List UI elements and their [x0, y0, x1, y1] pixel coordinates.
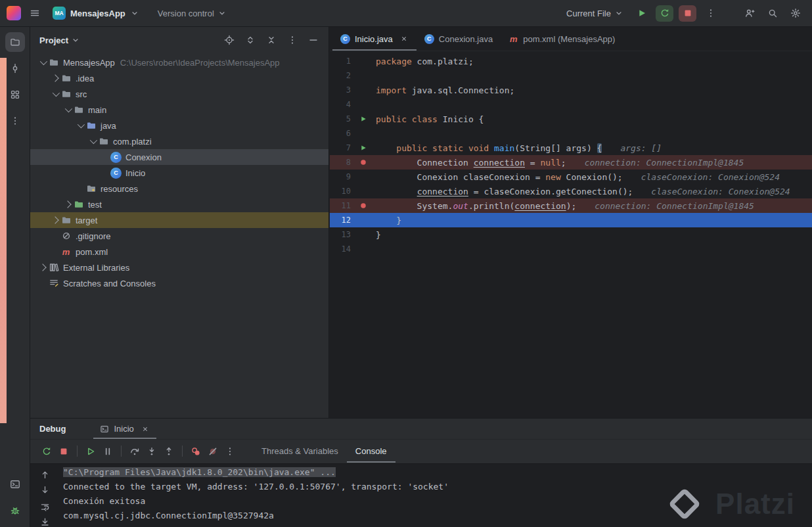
more-tool-button[interactable] — [5, 111, 25, 131]
close-icon[interactable] — [141, 424, 150, 434]
step-over-button[interactable] — [126, 443, 143, 460]
chevron-down-icon[interactable] — [62, 107, 73, 112]
search-button[interactable] — [763, 5, 781, 22]
code-editor[interactable]: 1package com.platzi;23import java.sql.Co… — [330, 51, 812, 256]
line-number[interactable]: 2 — [330, 71, 351, 80]
tree-item-external-libraries[interactable]: External Libraries — [30, 260, 328, 275]
pause-button[interactable] — [99, 443, 116, 460]
tree-item-resources[interactable]: resources — [30, 181, 328, 196]
settings-button[interactable] — [786, 5, 804, 22]
code-line-1[interactable]: 1package com.platzi; — [330, 54, 812, 68]
tree-item-java[interactable]: java — [30, 118, 328, 133]
arrow-up-button[interactable] — [38, 468, 51, 481]
line-number[interactable]: 5 — [330, 114, 351, 124]
code-line-7[interactable]: 7 public static void main(String[] args)… — [330, 141, 812, 155]
tree-item-gitignore[interactable]: .gitignore — [30, 228, 328, 244]
chevron-down-icon[interactable] — [87, 139, 98, 144]
tree-item-scratches-and-consoles[interactable]: Scratches and Consoles — [30, 275, 328, 291]
tree-item-conexion[interactable]: CConexion — [30, 149, 328, 165]
code-line-10[interactable]: 10 connection = claseConexion.getConecti… — [330, 184, 812, 198]
run-config-selector[interactable]: Current File — [566, 9, 623, 18]
debug-session-tab[interactable]: Inicio — [93, 419, 156, 439]
run-gutter-icon[interactable] — [356, 115, 371, 123]
line-number[interactable]: 8 — [330, 158, 351, 167]
collapse-all-button[interactable] — [264, 33, 279, 47]
chevron-down-icon[interactable] — [49, 91, 60, 97]
chevron-down-icon[interactable] — [37, 60, 48, 65]
tree-item-test[interactable]: test — [30, 196, 328, 212]
rerun-button[interactable] — [656, 5, 673, 22]
commit-tool-button[interactable] — [5, 58, 25, 78]
main-menu-button[interactable] — [26, 5, 43, 22]
tree-item-main[interactable]: main — [30, 102, 328, 118]
tab-console[interactable]: Console — [347, 440, 395, 463]
code-line-2[interactable]: 2 — [330, 68, 812, 83]
tab-inicio-java[interactable]: CInicio.java — [332, 27, 417, 51]
chevron-down-icon[interactable] — [74, 123, 85, 128]
rerun-button[interactable] — [38, 443, 55, 460]
line-number[interactable]: 12 — [330, 216, 351, 225]
tab-conexion-java[interactable]: CConexion.java — [417, 27, 501, 51]
stop-button[interactable] — [55, 443, 72, 460]
step-into-button[interactable] — [143, 443, 160, 460]
code-line-13[interactable]: 13} — [330, 227, 812, 242]
arrow-down-button[interactable] — [38, 483, 51, 496]
structure-tool-button[interactable] — [5, 85, 25, 104]
code-line-6[interactable]: 6 — [330, 126, 812, 141]
breakpoint-icon[interactable] — [356, 158, 371, 166]
line-number[interactable]: 4 — [330, 100, 351, 109]
close-icon[interactable] — [399, 34, 409, 43]
code-line-8[interactable]: 8 Connection connection = null;connectio… — [330, 155, 812, 170]
code-line-5[interactable]: 5public class Inicio { — [330, 112, 812, 126]
run-button[interactable] — [633, 5, 650, 22]
code-line-9[interactable]: 9 Conexion claseConexion = new Conexion(… — [330, 170, 812, 184]
debug-tool-button[interactable] — [5, 501, 25, 520]
view-breakpoints-button[interactable] — [187, 443, 204, 460]
line-number[interactable]: 3 — [330, 85, 351, 95]
line-number[interactable]: 13 — [330, 230, 351, 239]
locate-button[interactable] — [222, 33, 237, 47]
code-line-14[interactable]: 14 — [330, 242, 812, 256]
chevron-right-icon[interactable] — [37, 265, 48, 270]
code-line-4[interactable]: 4 — [330, 97, 812, 112]
line-number[interactable]: 10 — [330, 187, 351, 196]
add-user-button[interactable] — [740, 5, 758, 22]
more-button[interactable] — [221, 443, 238, 460]
scroll-end-button[interactable] — [38, 515, 51, 527]
tree-item-com-platzi[interactable]: com.platzi — [30, 133, 328, 149]
tree-item-src[interactable]: src — [30, 86, 328, 102]
line-number[interactable]: 6 — [330, 129, 351, 138]
terminal-tool-button[interactable] — [5, 474, 25, 494]
more-button[interactable] — [702, 5, 719, 22]
run-gutter-icon[interactable] — [356, 144, 371, 152]
line-number[interactable]: 14 — [330, 244, 351, 254]
line-number[interactable]: 11 — [330, 201, 351, 210]
project-panel-title[interactable]: Project — [39, 35, 80, 45]
tree-item-mensajesapp[interactable]: MensajesAppC:\Users\rober\IdeaProjects\M… — [30, 55, 328, 70]
code-line-12[interactable]: 12 } — [330, 213, 812, 227]
line-number[interactable]: 1 — [330, 57, 351, 66]
line-number[interactable]: 9 — [330, 172, 351, 181]
code-line-3[interactable]: 3import java.sql.Connection; — [330, 83, 812, 97]
chevron-right-icon[interactable] — [49, 76, 60, 81]
tree-item-inicio[interactable]: CInicio — [30, 165, 328, 181]
tree-item-idea[interactable]: .idea — [30, 70, 328, 86]
tab-pom-xml-mensajesapp[interactable]: mpom.xml (MensajesApp) — [501, 27, 623, 51]
project-tool-button[interactable] — [5, 32, 25, 52]
tree-item-target[interactable]: target — [30, 212, 328, 228]
tree-item-pom-xml[interactable]: mpom.xml — [30, 244, 328, 260]
chevron-right-icon[interactable] — [62, 202, 73, 207]
vcs-selector[interactable]: Version control — [158, 9, 227, 18]
breakpoint-icon[interactable] — [356, 202, 371, 210]
tab-threads-variables[interactable]: Threads & Variables — [253, 440, 347, 463]
project-selector[interactable]: MA MensajesApp — [49, 5, 143, 22]
chevron-right-icon[interactable] — [49, 218, 60, 223]
soft-wrap-button[interactable] — [38, 500, 51, 513]
stop-button[interactable] — [679, 5, 696, 22]
step-out-button[interactable] — [160, 443, 177, 460]
code-line-11[interactable]: 11 System.out.println(connection);connec… — [330, 198, 812, 213]
more-button[interactable] — [285, 33, 300, 47]
expand-all-button[interactable] — [243, 33, 258, 47]
line-number[interactable]: 7 — [330, 143, 351, 152]
hide-button[interactable] — [306, 33, 321, 47]
